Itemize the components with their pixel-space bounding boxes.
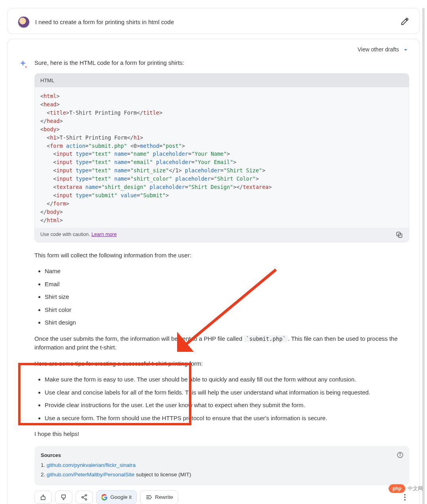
list-item: Email — [45, 280, 409, 289]
source-item: 2. github.com/PeterMaltby/PersonalSite s… — [41, 471, 403, 479]
google-it-button[interactable]: Google it — [96, 490, 137, 504]
source-link[interactable]: github.com/pynkvalerian/flickr_sinatra — [47, 462, 136, 468]
rewrite-icon — [145, 494, 152, 501]
thumbs-down-icon — [60, 494, 67, 501]
paragraph: Here are some tips for creating a succes… — [34, 359, 409, 368]
svg-point-13 — [404, 499, 405, 500]
list-item: Name — [45, 267, 409, 276]
sources-box: Sources 1. github.com/pynkvalerian/flick… — [34, 446, 409, 485]
paragraph: Once the user submits the form, the info… — [34, 334, 409, 352]
view-drafts-label: View other drafts — [357, 45, 399, 54]
info-icon[interactable] — [397, 451, 404, 459]
google-it-label: Google it — [110, 493, 132, 501]
learn-more-link[interactable]: Learn more — [91, 232, 117, 237]
rewrite-button[interactable]: Rewrite — [140, 490, 178, 504]
watermark: php 中文网 — [389, 484, 423, 493]
list-item: Make sure the form is easy to use. The u… — [45, 375, 409, 384]
svg-line-9 — [83, 495, 85, 497]
copy-icon[interactable] — [395, 231, 403, 239]
more-menu-icon[interactable] — [401, 493, 409, 502]
watermark-pill: php — [389, 484, 405, 493]
code-block: HTML <html> <head> <title>T-Shirt Printi… — [34, 73, 409, 242]
avatar — [18, 16, 30, 28]
svg-point-11 — [404, 494, 405, 495]
thumbs-up-icon — [40, 494, 47, 501]
list-item: Shirt size — [45, 293, 409, 302]
source-link[interactable]: github.com/PeterMaltby/PersonalSite — [47, 472, 134, 478]
tips-list: Make sure the form is easy to use. The u… — [45, 375, 409, 423]
rewrite-label: Rewrite — [155, 493, 173, 501]
svg-line-10 — [83, 498, 85, 499]
code-caution: Use code with caution. Learn more — [40, 231, 117, 238]
response-intro: Sure, here is the HTML code for a form f… — [34, 59, 409, 68]
prompt-card: I need to create a form for printing shi… — [7, 8, 420, 34]
fields-list: NameEmailShirt sizeShirt colorShirt desi… — [45, 267, 409, 327]
code-content[interactable]: <html> <head> <title>T-Shirt Printing Fo… — [35, 87, 409, 228]
svg-point-12 — [404, 496, 405, 498]
action-bar: Google it Rewrite — [34, 490, 409, 504]
share-button[interactable] — [76, 491, 93, 504]
scrollbar[interactable] — [422, 8, 425, 504]
response-card: View other drafts Sure, here is the HTML… — [7, 39, 420, 504]
inline-code: `submit.php` — [244, 335, 288, 342]
google-icon — [101, 494, 108, 500]
prompt-text: I need to create a form for printing shi… — [35, 18, 174, 27]
svg-point-0 — [25, 66, 26, 68]
watermark-text: 中文网 — [408, 485, 423, 493]
thumbs-down-button[interactable] — [55, 491, 72, 504]
sparkle-icon — [18, 59, 28, 70]
source-item: 1. github.com/pynkvalerian/flickr_sinatr… — [41, 461, 403, 469]
sources-title: Sources — [41, 451, 403, 459]
svg-point-5 — [400, 453, 401, 454]
edit-icon[interactable] — [401, 17, 409, 26]
list-item: Use a secure form. The form should use t… — [45, 414, 409, 423]
thumbs-up-button[interactable] — [34, 491, 52, 504]
share-icon — [81, 494, 88, 501]
paragraph: This form will collect the following inf… — [34, 251, 409, 260]
list-item: Provide clear instructions for the user.… — [45, 401, 409, 410]
view-drafts-button[interactable]: View other drafts — [18, 45, 409, 59]
code-lang-label: HTML — [35, 74, 409, 88]
closing: I hope this helps! — [34, 430, 409, 439]
list-item: Shirt color — [45, 306, 409, 315]
list-item: Shirt design — [45, 318, 409, 327]
chevron-down-icon — [402, 46, 409, 53]
list-item: Use clear and concise labels for all of … — [45, 388, 409, 397]
